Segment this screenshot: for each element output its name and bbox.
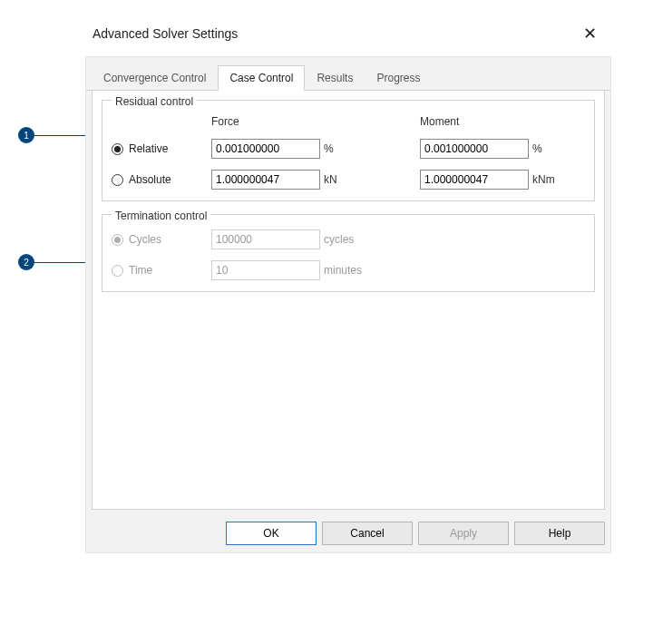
input-time (211, 260, 320, 280)
radio-cycles: Cycles (112, 233, 211, 246)
input-relative-moment[interactable] (420, 139, 529, 159)
button-bar: OK Cancel Apply Help (226, 522, 605, 545)
radio-relative-label: Relative (129, 142, 168, 155)
fieldset-residual-control: Residual control Force Moment Relative % (102, 100, 595, 201)
tabstrip: Convergence Control Case Control Results… (86, 57, 610, 91)
apply-button: Apply (418, 522, 509, 545)
cancel-button[interactable]: Cancel (322, 522, 413, 545)
radio-absolute[interactable]: Absolute (112, 173, 211, 186)
tab-progress[interactable]: Progress (365, 65, 432, 91)
input-cycles (211, 229, 320, 249)
radio-dot-icon (112, 265, 123, 277)
radio-relative[interactable]: Relative (112, 142, 211, 155)
input-relative-force[interactable] (211, 139, 320, 159)
unit-time: minutes (320, 264, 393, 277)
unit-absolute-force: kN (320, 173, 356, 186)
dialog-titlebar: Advanced Solver Settings ✕ (85, 18, 611, 56)
radio-absolute-label: Absolute (129, 173, 171, 186)
fieldset-termination-control: Termination control Cycles cycles Time m… (102, 214, 595, 292)
unit-relative-force: % (320, 142, 356, 155)
legend-termination-control: Termination control (112, 210, 210, 222)
tab-convergence-control[interactable]: Convergence Control (92, 65, 218, 91)
unit-relative-moment: % (529, 142, 570, 155)
input-absolute-moment[interactable] (420, 170, 529, 190)
radio-dot-icon (112, 174, 123, 186)
input-absolute-force[interactable] (211, 170, 320, 190)
tab-results[interactable]: Results (305, 65, 365, 91)
callout-badge-1: 1 (18, 127, 34, 143)
radio-time: Time (112, 264, 211, 277)
header-moment: Moment (420, 115, 529, 128)
radio-cycles-label: Cycles (129, 233, 161, 246)
dialog-body: Convergence Control Case Control Results… (85, 56, 611, 553)
tab-content-case-control: Residual control Force Moment Relative % (92, 91, 605, 510)
tab-case-control[interactable]: Case Control (218, 65, 305, 91)
unit-absolute-moment: kNm (529, 173, 570, 186)
callout-badge-2: 2 (18, 254, 34, 270)
close-icon[interactable]: ✕ (578, 24, 602, 44)
unit-cycles: cycles (320, 233, 393, 246)
header-force: Force (211, 115, 320, 128)
dialog-title: Advanced Solver Settings (93, 26, 238, 41)
legend-residual-control: Residual control (112, 95, 197, 108)
radio-dot-icon (112, 234, 123, 246)
radio-time-label: Time (129, 264, 152, 277)
help-button[interactable]: Help (514, 522, 605, 545)
dialog-advanced-solver-settings: Advanced Solver Settings ✕ Convergence C… (85, 18, 611, 562)
radio-dot-icon (112, 143, 123, 155)
ok-button[interactable]: OK (226, 522, 317, 545)
